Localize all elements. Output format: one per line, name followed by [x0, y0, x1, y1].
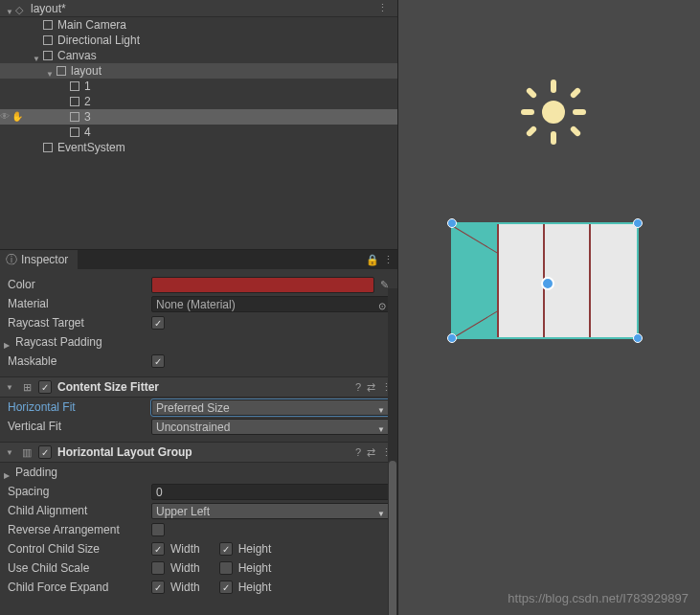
foldout-icon[interactable]: ▼ — [6, 383, 15, 392]
expand-height-checkbox[interactable] — [219, 581, 233, 594]
directional-light-gizmo[interactable] — [523, 81, 584, 143]
foldout-icon[interactable] — [46, 66, 56, 76]
height-label: Height — [238, 542, 272, 556]
control-height-checkbox[interactable] — [219, 542, 233, 556]
raycast-padding-label: Raycast Padding — [15, 335, 151, 349]
child-alignment-dropdown[interactable]: Upper Left▼ — [151, 503, 390, 519]
preset-icon[interactable]: ⇄ — [367, 381, 375, 394]
horizontal-layout-group-header[interactable]: ▼ ▥ Horizontal Layout Group ?⇄⋮ — [0, 442, 397, 463]
hierarchy-item-label: layout — [71, 64, 102, 78]
info-icon: ⓘ — [6, 252, 17, 268]
rect-transform-gizmo[interactable] — [451, 222, 639, 339]
color-field[interactable]: ✎ — [151, 277, 374, 293]
fitter-icon: ⊞ — [19, 379, 34, 395]
context-menu-icon[interactable]: ⋮ — [377, 2, 388, 14]
height-label: Height — [238, 581, 272, 594]
gameobject-icon — [69, 126, 80, 138]
resize-handle[interactable] — [633, 218, 643, 228]
lock-icon[interactable]: 🔒 — [366, 254, 379, 266]
inspector-menu-icon[interactable]: ⋮ — [383, 254, 394, 266]
gameobject-icon — [56, 65, 67, 77]
expand-width-checkbox[interactable] — [151, 581, 165, 594]
preset-icon[interactable]: ⇄ — [367, 446, 375, 459]
layout-child-2[interactable] — [499, 224, 545, 337]
pickable-icon[interactable]: ✋ — [11, 111, 23, 122]
hierarchy-item[interactable]: Directional Light — [0, 33, 397, 48]
layout-child-1[interactable] — [453, 224, 499, 337]
hierarchy-item[interactable]: Main Camera — [0, 17, 397, 33]
hierarchy-item[interactable]: Canvas — [0, 48, 397, 63]
horizontal-fit-dropdown[interactable]: Preferred Size▼ — [151, 399, 390, 416]
chevron-down-icon: ▼ — [377, 403, 385, 418]
hlg-icon: ▥ — [19, 444, 34, 460]
width-label: Width — [170, 561, 200, 575]
reverse-arrangement-label: Reverse Arrangement — [8, 523, 151, 536]
foldout-icon[interactable] — [6, 4, 15, 13]
object-picker-icon[interactable]: ⊙ — [378, 299, 386, 313]
hierarchy-item[interactable]: 3 — [0, 109, 397, 125]
hierarchy-panel: layout* ⋮ Main CameraDirectional LightCa… — [0, 0, 397, 250]
gameobject-icon — [42, 142, 54, 153]
scene-header[interactable]: layout* ⋮ — [0, 0, 397, 17]
gameobject-icon — [42, 34, 54, 46]
child-force-expand-label: Child Force Expand — [8, 581, 151, 594]
control-width-checkbox[interactable] — [151, 542, 165, 556]
resize-handle[interactable] — [633, 333, 643, 343]
width-label: Width — [170, 581, 200, 594]
raycast-target-checkbox[interactable] — [151, 316, 165, 330]
control-child-size-label: Control Child Size — [8, 542, 151, 556]
content-size-fitter-header[interactable]: ▼ ⊞ Content Size Fitter ?⇄⋮ — [0, 376, 397, 398]
foldout-icon[interactable] — [33, 51, 42, 60]
hierarchy-item[interactable]: EventSystem — [0, 140, 397, 155]
chevron-down-icon: ▼ — [377, 507, 385, 521]
foldout-icon[interactable] — [4, 467, 13, 477]
scene-viewport[interactable]: https://blog.csdn.net/I783929897 — [397, 0, 700, 615]
help-icon[interactable]: ? — [355, 381, 361, 394]
scale-height-checkbox[interactable] — [219, 561, 233, 575]
maskable-checkbox[interactable] — [151, 354, 165, 368]
width-label: Width — [170, 542, 200, 556]
hierarchy-item[interactable]: 2 — [0, 94, 397, 109]
watermark-text: https://blog.csdn.net/I783929897 — [508, 591, 689, 605]
move-tool-icon[interactable] — [541, 277, 554, 290]
reverse-arrangement-checkbox[interactable] — [151, 523, 165, 536]
gameobject-icon — [69, 96, 80, 107]
fitter-enable-checkbox[interactable] — [38, 380, 52, 394]
material-field[interactable]: None (Material)⊙ — [151, 296, 390, 312]
foldout-icon[interactable]: ▼ — [6, 448, 15, 457]
gameobject-icon — [42, 19, 54, 31]
child-alignment-label: Child Alignment — [8, 504, 151, 517]
gameobject-icon — [69, 80, 80, 92]
material-label: Material — [8, 297, 151, 310]
hlg-enable-checkbox[interactable] — [38, 445, 52, 459]
hierarchy-item[interactable]: 4 — [0, 125, 397, 140]
spacing-field[interactable]: 0 — [151, 484, 390, 500]
use-child-scale-label: Use Child Scale — [8, 561, 151, 575]
maskable-label: Maskable — [8, 354, 151, 368]
inspector-scrollbar[interactable] — [388, 288, 397, 615]
hierarchy-item-label: 4 — [84, 125, 91, 139]
hierarchy-item-label: Canvas — [57, 49, 97, 62]
visibility-icon[interactable]: 👁 — [0, 111, 10, 122]
resize-handle[interactable] — [447, 218, 457, 228]
inspector-tab[interactable]: ⓘ Inspector — [0, 250, 78, 271]
scrollbar-thumb[interactable] — [389, 461, 396, 615]
foldout-icon[interactable] — [4, 337, 13, 347]
vertical-fit-label: Vertical Fit — [8, 420, 151, 433]
hierarchy-item-label: 2 — [84, 95, 91, 108]
inspector-tab-label: Inspector — [21, 253, 68, 266]
chevron-down-icon: ▼ — [377, 422, 385, 437]
help-icon[interactable]: ? — [355, 446, 361, 459]
fitter-title: Content Size Fitter — [57, 380, 355, 394]
horizontal-fit-label: Horizontal Fit — [8, 400, 151, 414]
height-label: Height — [238, 561, 272, 575]
hierarchy-item-label: 3 — [84, 110, 91, 124]
layout-child-4[interactable] — [591, 224, 637, 337]
vertical-fit-dropdown[interactable]: Unconstrained▼ — [151, 419, 390, 435]
hierarchy-item[interactable]: 1 — [0, 79, 397, 94]
resize-handle[interactable] — [447, 333, 457, 343]
scale-width-checkbox[interactable] — [151, 561, 165, 575]
gameobject-icon — [42, 50, 54, 61]
hierarchy-item[interactable]: layout — [0, 63, 397, 79]
scene-name: layout* — [31, 2, 66, 15]
